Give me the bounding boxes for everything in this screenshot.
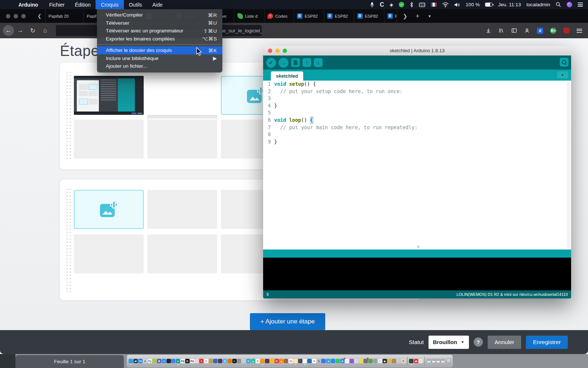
- input-language-flag-icon[interactable]: [431, 3, 437, 7]
- menu-item[interactable]: Téléverser avec un programmateur⇧⌘U: [97, 27, 222, 35]
- dock-icon-telegram[interactable]: ◄: [326, 359, 330, 363]
- dock-icon-d-black-app[interactable]: D: [185, 359, 190, 363]
- dock-icon-radio-app[interactable]: [194, 359, 199, 363]
- menu-item[interactable]: Téléverser⌘U: [97, 19, 222, 27]
- save-sketch-button[interactable]: ↓: [314, 58, 323, 67]
- dock-icon-gray-s-app[interactable]: S: [317, 359, 321, 363]
- browser-tab[interactable]: ?Codes: [264, 9, 294, 23]
- dock-icon-terminal[interactable]: >: [232, 359, 237, 363]
- dock-icon-dark-sphere-app[interactable]: [218, 359, 222, 363]
- tab-scroll-right-icon[interactable]: ❯: [403, 13, 408, 20]
- dock-icon-blender[interactable]: [227, 359, 232, 363]
- dock-icon-freecad[interactable]: [387, 359, 391, 363]
- dock-icon-vnc-viewer[interactable]: V2: [138, 359, 143, 363]
- user-name[interactable]: localadmin: [526, 2, 550, 7]
- save-button[interactable]: Enregistrer: [526, 336, 568, 349]
- dock-icon-vlc[interactable]: ▲: [279, 359, 283, 363]
- image-upload-dropzone[interactable]: [74, 190, 144, 229]
- browser-tab[interactable]: Papifab 20: [45, 9, 83, 23]
- dock-icon-calendar[interactable]: 10: [288, 359, 293, 363]
- dock-icon-puredata-extended[interactable]: Pd: [190, 359, 194, 363]
- dock-icon-silver-a-app[interactable]: A: [143, 359, 147, 363]
- menu-item[interactable]: Exporter les binaires compilées⌥⌘S: [97, 35, 222, 43]
- dock-icon-skype[interactable]: S: [223, 359, 227, 363]
- dock-icon-fritzing[interactable]: F: [401, 359, 406, 363]
- tab-list-chevron-icon[interactable]: ▼: [428, 14, 432, 18]
- sketch-tab[interactable]: sketchled: [271, 71, 303, 81]
- dock-icon-minimized-window-3[interactable]: [436, 359, 440, 363]
- dock-icon-slicer-app[interactable]: ▲: [251, 359, 255, 363]
- menu-item[interactable]: Ajouter un fichier...: [97, 62, 222, 70]
- dock-icon-notebook-app[interactable]: [392, 359, 396, 363]
- new-sketch-button[interactable]: [291, 58, 300, 67]
- serial-monitor-button[interactable]: [560, 58, 569, 67]
- dock-icon-arduino-ide[interactable]: ∞: [176, 359, 180, 363]
- dock-icon-purple-b-app[interactable]: B: [157, 359, 161, 363]
- dock-icon-firefox[interactable]: [260, 359, 265, 363]
- console-divider[interactable]: [263, 250, 571, 258]
- dock-icon-signal[interactable]: [321, 359, 326, 363]
- dock-icon-dark-folder[interactable]: [298, 359, 302, 363]
- dock-icon-app-store[interactable]: A: [340, 359, 345, 363]
- dock-icon-trash[interactable]: [446, 358, 451, 364]
- dock-icon-python-idle[interactable]: Py: [148, 359, 152, 363]
- deepl-extension-icon[interactable]: d: [537, 28, 543, 34]
- dock-icon-c-blue-app[interactable]: C: [246, 359, 251, 363]
- dock-icon-chrome[interactable]: [270, 359, 274, 363]
- browser-tab[interactable]: Liste d: [234, 9, 264, 23]
- battery-icon[interactable]: [485, 3, 492, 7]
- dock-icon-puredata[interactable]: Pd: [180, 359, 185, 363]
- menu-item[interactable]: Afficher le dossier des croquis⌘K: [97, 46, 222, 54]
- dock-icon-photos[interactable]: ✳: [312, 359, 316, 363]
- window-controls[interactable]: [0, 9, 34, 23]
- drag-handle[interactable]: [65, 71, 72, 161]
- check-status-icon[interactable]: ✓: [399, 2, 404, 7]
- upload-button[interactable]: →: [279, 58, 288, 68]
- keypad-status-icon[interactable]: [419, 3, 425, 7]
- step1-thumbnail[interactable]: [74, 76, 144, 115]
- dock-icon-dictionary[interactable]: [284, 359, 288, 363]
- dock-icon-mouse-app[interactable]: [373, 359, 377, 363]
- dock-icon-minimized-window-1[interactable]: [427, 359, 431, 363]
- status-dropdown[interactable]: Brouillon ▼: [429, 336, 469, 349]
- dock-icon-textedit[interactable]: [302, 359, 307, 363]
- menubar-item-aide[interactable]: Aide: [147, 0, 168, 9]
- dock-icon-opera[interactable]: O: [275, 359, 279, 363]
- menubar-item-croquis[interactable]: Croquis: [96, 0, 123, 9]
- dock-icon-cloud-app[interactable]: [171, 359, 175, 363]
- clock[interactable]: Jeu. 11:13: [498, 2, 521, 7]
- sync-status-icon[interactable]: ◈: [390, 2, 393, 7]
- dock-icon-podcasts[interactable]: [349, 359, 354, 363]
- menubar-item-fichier[interactable]: Fichier: [44, 0, 70, 9]
- menu-hamburger-icon[interactable]: [577, 29, 582, 33]
- dock-icon-github-desktop[interactable]: [166, 359, 171, 363]
- browser-tab[interactable]: RR: [384, 9, 397, 23]
- dock-icon-dev-hex-app[interactable]: ⇄: [133, 359, 138, 363]
- reload-button[interactable]: ↻: [26, 27, 39, 35]
- tab-scroll-left-icon[interactable]: ❮: [34, 9, 45, 23]
- c-status-icon[interactable]: C: [380, 1, 384, 8]
- dock-icon-workbench-app[interactable]: [397, 359, 401, 363]
- verify-button[interactable]: ✓: [266, 58, 276, 68]
- ide-title-bar[interactable]: sketchled | Arduino 1.8.13: [263, 46, 571, 56]
- dock-icon-inkscape[interactable]: ◆: [383, 359, 387, 363]
- dock-icon-notes[interactable]: [293, 359, 298, 363]
- home-button[interactable]: ⌂: [39, 27, 51, 34]
- editor-scrollbar[interactable]: [567, 81, 570, 249]
- cancel-button[interactable]: Annuler: [488, 336, 521, 349]
- add-step-button[interactable]: + Ajouter une étape: [250, 313, 325, 330]
- siri-icon[interactable]: [567, 2, 572, 7]
- help-button[interactable]: ?: [474, 337, 483, 347]
- downloads-icon[interactable]: [485, 28, 491, 33]
- dock-icon-minimized-window-4[interactable]: [441, 359, 445, 363]
- dock-icon-blue-gear-app[interactable]: [213, 359, 218, 363]
- dock-icon-audacity[interactable]: ∩: [378, 359, 382, 363]
- dock-icon-finder[interactable]: [129, 359, 133, 363]
- dock-icon-gimp[interactable]: [241, 359, 246, 363]
- dock-icon-messages[interactable]: [331, 359, 335, 363]
- drag-handle[interactable]: [65, 188, 72, 292]
- menu-item[interactable]: Inclure une bibliothèque▶: [97, 54, 222, 63]
- dock-icon-cyberduck[interactable]: [359, 359, 363, 363]
- dock-icon-minimized-window-2[interactable]: [431, 359, 436, 363]
- dock-icon-green-phone-app[interactable]: [336, 359, 340, 363]
